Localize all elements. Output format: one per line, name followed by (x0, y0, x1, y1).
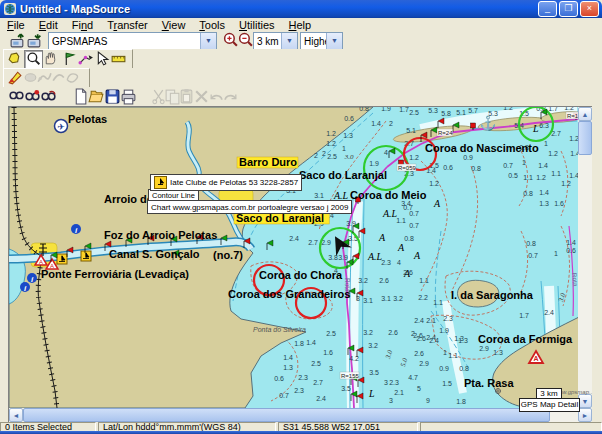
depth-sounding: 2.3 (389, 379, 399, 386)
poi-tooltip-text: Iate Clube de Pelotas 53 3228-2857 (170, 178, 298, 187)
route-name-label: Rota (344, 278, 351, 292)
menu-item-file[interactable]: File (0, 19, 32, 31)
depth-sounding: 2.5 (311, 360, 321, 367)
marina-icon[interactable] (81, 251, 91, 261)
bottom-type-letter: A (397, 242, 405, 253)
depth-sounding: 0.7 (528, 252, 538, 259)
minimize-button[interactable]: _ (538, 1, 557, 17)
depth-sounding: 1.2 (569, 135, 578, 142)
map-label: Foz do Arroio Pelotas (104, 229, 217, 241)
map-label: Pta. Rasa (464, 377, 514, 389)
depth-sounding: 0.8 (523, 190, 533, 197)
route-tool[interactable] (77, 50, 94, 67)
menu-item-help[interactable]: Help (282, 19, 319, 31)
depth-sounding: 3.5 (369, 369, 379, 376)
depth-sounding: 2.5 (409, 109, 419, 116)
chevron-down-icon[interactable]: ▼ (200, 33, 216, 50)
map-vertical-scrollbar[interactable]: ▲ ▼ (578, 107, 592, 408)
depth-sounding: 0.6 (344, 115, 354, 122)
map-select-tool[interactable] (6, 50, 23, 67)
menu-item-view[interactable]: View (155, 19, 193, 31)
marina-icon (154, 176, 167, 189)
find-nearest-button[interactable] (24, 88, 41, 105)
menu-item-transfer[interactable]: Transfer (100, 19, 155, 31)
depth-sounding: 4 (384, 149, 388, 156)
depth-sounding: 2.7 (308, 239, 318, 246)
depth-sounding: 0.7 (409, 210, 419, 217)
vertical-scroll-thumb[interactable] (578, 121, 592, 155)
find-recent-button[interactable] (40, 88, 57, 105)
menu-item-find[interactable]: Find (65, 19, 100, 31)
depth-sounding: 1 (522, 159, 526, 166)
open-file-button[interactable] (88, 88, 105, 105)
window-title: Untitled - MapSource (20, 3, 538, 15)
depth-sounding: 1 (554, 250, 558, 257)
zoom-tool[interactable] (24, 50, 43, 69)
menu-item-utilities[interactable]: Utilities (232, 19, 281, 31)
anchorage-icon[interactable]: ⚓ (479, 115, 497, 132)
scroll-up-icon[interactable]: ▲ (578, 107, 592, 121)
depth-sounding: 2.3 (294, 387, 304, 394)
chevron-down-icon[interactable]: ▼ (326, 33, 342, 50)
map-horizontal-scrollbar[interactable]: ◄ ► (9, 408, 592, 422)
depth-sounding: 2.5 (326, 330, 336, 337)
map-label: (no.7) (213, 249, 243, 261)
waypoint-flag-tool[interactable] (61, 50, 78, 67)
scroll-right-icon[interactable]: ► (578, 408, 592, 422)
svg-text:✈: ✈ (57, 122, 65, 132)
depth-sounding: 0.7 (503, 162, 513, 169)
toolbar-edit-map (0, 68, 602, 87)
menu-item-tools[interactable]: Tools (192, 19, 232, 31)
svg-text:A: A (533, 355, 538, 362)
watermark-text: w.gpsmap.. (562, 389, 592, 395)
hand-pan-tool[interactable] (42, 50, 59, 67)
menu-item-edit[interactable]: Edit (32, 19, 65, 31)
selection-arrow-tool[interactable] (93, 50, 110, 67)
depth-sounding: 1.1 (433, 299, 443, 306)
scroll-left-icon[interactable]: ◄ (9, 408, 23, 422)
marina-icon[interactable] (57, 254, 67, 264)
depth-sounding: 1.2 (536, 174, 546, 181)
depth-sounding: 1.2 (326, 140, 336, 147)
measure-tool[interactable] (110, 50, 127, 67)
map-pen-tool[interactable] (6, 69, 23, 86)
toolbar-standard (0, 87, 602, 106)
depth-sounding: 1.1 (551, 170, 561, 177)
depth-sounding: 2.1 (426, 317, 436, 324)
depth-sounding: 1.2 (503, 107, 513, 111)
depth-sounding: 1.4 (539, 189, 549, 196)
detail-level-value: Highest (301, 36, 326, 47)
save-button[interactable] (104, 88, 121, 105)
depth-sounding: 5.8 (441, 110, 451, 117)
depth-sounding: 2.7 (313, 379, 323, 386)
chevron-down-icon[interactable]: ▼ (281, 33, 297, 50)
print-button[interactable] (120, 88, 137, 105)
depth-sounding: 2.9 (419, 360, 429, 367)
close-button[interactable]: × (580, 1, 599, 17)
depth-sounding: 1.6 (554, 200, 564, 207)
app-icon (4, 3, 16, 15)
depth-sounding: 2.6 (416, 335, 426, 342)
scroll-down-icon[interactable]: ▼ (578, 394, 592, 408)
new-document-button[interactable] (72, 88, 89, 105)
depth-sounding: 2.3 (381, 259, 391, 266)
depth-sounding: 3.9 (338, 254, 348, 261)
map-label[interactable]: Barro Duro (239, 156, 297, 168)
airport-icon[interactable]: ✈ (55, 120, 68, 133)
depth-sounding: 2 (322, 150, 326, 157)
depth-sounding: 2 (389, 120, 393, 127)
send-to-device-button[interactable] (9, 32, 26, 49)
receive-from-device-button[interactable] (26, 32, 43, 49)
bottom-type-letter: L (532, 123, 539, 134)
depth-sounding: 6.3 (539, 122, 549, 129)
horizontal-scroll-thumb[interactable] (23, 408, 550, 422)
depth-sounding: 0.8 (526, 240, 536, 247)
map-label: Ponta do Silveira (253, 326, 306, 333)
zoom-out-button[interactable] (237, 32, 254, 49)
chart-tooltip: Chart www.gpsmapas.com.br portoalegre ve… (147, 200, 352, 214)
depth-sounding: 1.7 (519, 312, 529, 319)
depth-sounding: 1.4 (283, 354, 293, 361)
map-canvas[interactable]: ✈ ⚓ i i i A A A 0.60.81.91.71.421.21.35.… (9, 107, 578, 408)
find-button[interactable] (8, 88, 25, 105)
restore-button[interactable]: ❐ (559, 1, 578, 17)
